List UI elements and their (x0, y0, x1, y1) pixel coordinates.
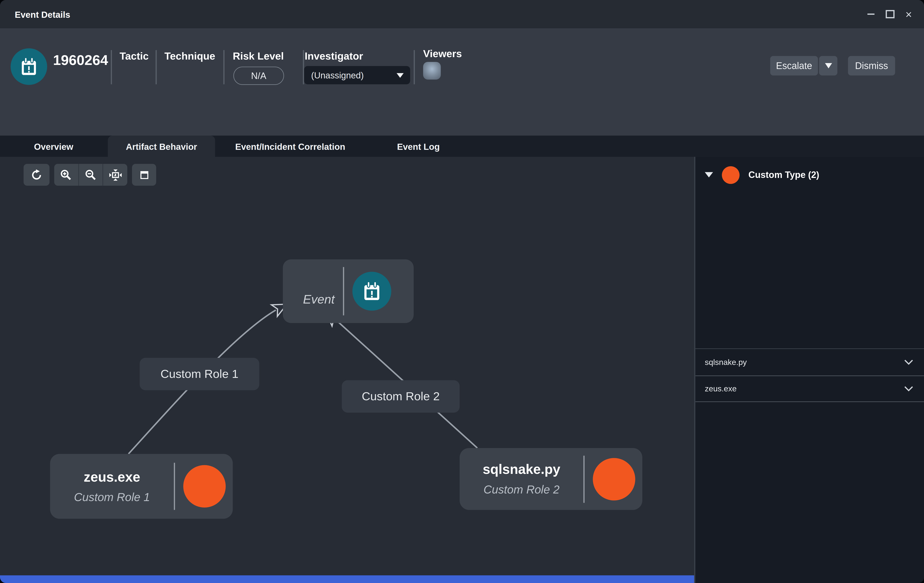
node-title: sqlsnake.py (483, 461, 560, 477)
calendar-alert-icon (361, 280, 383, 302)
node-divider (583, 455, 584, 502)
edge-label-custom-role-2: Custom Role 2 (342, 380, 460, 413)
divider (414, 50, 415, 84)
tab-artifact-behavior[interactable]: Artifact Behavior (108, 135, 215, 157)
window-controls: × (861, 5, 918, 23)
event-node-avatar (352, 272, 391, 310)
minimize-icon (868, 13, 874, 15)
event-details-window: Event Details × 1960264 Tactic Technique… (0, 0, 924, 583)
divider (155, 50, 157, 84)
minimize-button[interactable] (861, 5, 880, 23)
investigator-label: Investigator (305, 50, 363, 63)
graph-node-zeus[interactable]: zeus.exe Custom Role 1 (50, 454, 233, 519)
tab-event-log[interactable]: Event Log (365, 135, 472, 157)
node-title: zeus.exe (84, 469, 140, 485)
behavior-graph[interactable] (0, 157, 694, 583)
dismiss-button[interactable]: Dismiss (848, 56, 895, 76)
sidebar-item-sqlsnake[interactable]: sqlsnake.py (695, 348, 924, 376)
divider (695, 401, 924, 402)
node-divider (343, 267, 344, 315)
zoom-controls (54, 164, 127, 186)
sidebar-item-label: zeus.exe (705, 384, 737, 393)
escalate-button[interactable]: Escalate (770, 56, 818, 76)
legend-sidebar: Custom Type (2) sqlsnake.py zeus.exe (695, 157, 924, 583)
chevron-down-icon (904, 359, 914, 365)
node-subtitle: Custom Role 2 (483, 483, 559, 496)
event-id: 1960264 (53, 52, 108, 68)
fit-view-button[interactable] (103, 164, 127, 186)
event-type-avatar (10, 48, 47, 85)
zoom-in-icon (60, 168, 73, 181)
chevron-down-icon (825, 63, 832, 68)
node-divider (174, 463, 175, 510)
investigator-select[interactable]: (Unassigned) (304, 66, 410, 84)
viewers-label: Viewers (423, 48, 462, 60)
risk-level-label: Risk Level (233, 50, 284, 63)
risk-level-badge: N/A (233, 66, 284, 85)
technique-label: Technique (164, 50, 215, 63)
divider (111, 50, 112, 84)
calendar-alert-icon (18, 56, 40, 77)
viewer-avatar (423, 62, 441, 80)
custom-type-dot (183, 465, 226, 507)
layout-mode-button[interactable] (132, 164, 156, 186)
divider (223, 50, 224, 84)
chevron-down-icon (904, 386, 914, 391)
window-title: Event Details (15, 9, 70, 19)
collapse-triangle-icon (705, 172, 713, 178)
tab-overview[interactable]: Overview (12, 135, 96, 157)
refresh-icon (30, 168, 43, 181)
custom-type-group-label: Custom Type (2) (748, 169, 819, 180)
custom-type-dot (722, 166, 739, 184)
close-button[interactable]: × (899, 5, 918, 23)
event-node-label: Event (295, 292, 343, 307)
custom-type-dot (593, 458, 635, 500)
tab-bar: Overview Artifact Behavior Event/Inciden… (0, 135, 924, 157)
canvas-scrollbar[interactable] (0, 575, 694, 583)
graph-node-sqlsnake[interactable]: sqlsnake.py Custom Role 2 (460, 448, 642, 510)
sidebar-item-zeus[interactable]: zeus.exe (695, 375, 924, 401)
artifact-behavior-panel: Event Custom Role 1 Custom Role 2 zeus.e… (0, 157, 924, 583)
zoom-in-button[interactable] (54, 164, 78, 186)
refresh-layout-button[interactable] (23, 164, 50, 186)
maximize-button[interactable] (880, 5, 899, 23)
close-icon: × (905, 8, 912, 20)
tactic-label: Tactic (120, 50, 149, 63)
window-layout-icon (138, 169, 150, 181)
maximize-icon (885, 10, 894, 18)
graph-node-event[interactable]: Event (283, 259, 414, 323)
tab-event-incident-correlation[interactable]: Event/Incident Correlation (215, 135, 365, 157)
chevron-down-icon (396, 73, 404, 78)
zoom-out-icon (84, 168, 97, 181)
sidebar-item-label: sqlsnake.py (705, 358, 747, 367)
title-bar: Event Details × (0, 0, 924, 28)
escalate-dropdown-button[interactable] (819, 56, 837, 76)
fit-view-icon (108, 168, 122, 182)
custom-type-group-header[interactable]: Custom Type (2) (695, 164, 924, 186)
investigator-value: (Unassigned) (311, 70, 364, 80)
edge-label-custom-role-1: Custom Role 1 (140, 358, 259, 390)
node-subtitle: Custom Role 1 (74, 490, 150, 504)
event-header: 1960264 Tactic Technique Risk Level N/A … (0, 28, 924, 135)
zoom-out-button[interactable] (78, 164, 103, 186)
